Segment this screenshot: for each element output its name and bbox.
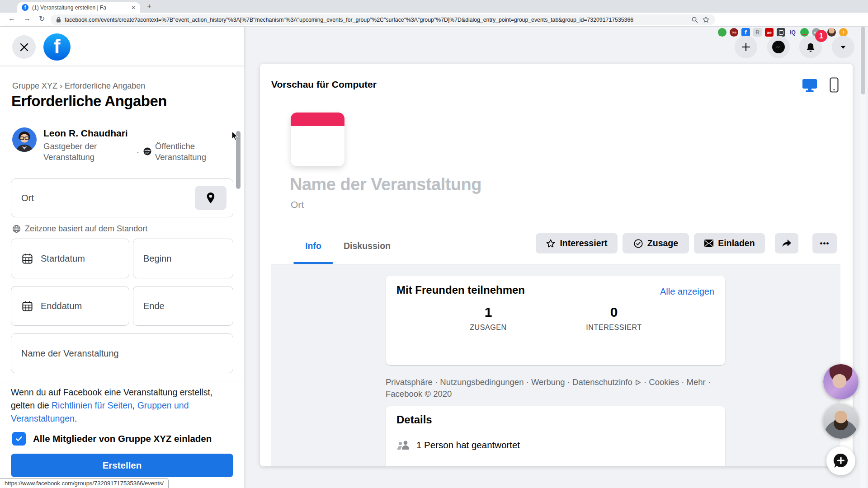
- breadcrumb: Gruppe XYZ › Erforderliche Angaben: [12, 81, 145, 91]
- tab-info[interactable]: Info: [293, 241, 333, 251]
- preview-event-location: Ort: [291, 199, 304, 210]
- messenger-button[interactable]: [767, 36, 790, 58]
- mouse-cursor: [231, 131, 239, 141]
- start-date-field[interactable]: Startdatum: [11, 239, 129, 278]
- policy-link-pages[interactable]: Richtlinien für Seiten: [52, 400, 132, 410]
- friends-attend-card: Mit Freunden teilnehmen Alle anzeigen 1 …: [386, 276, 725, 365]
- recorder-add-button[interactable]: [826, 446, 855, 475]
- going-button[interactable]: Zusage: [623, 233, 689, 253]
- globe-outline-icon: [12, 225, 21, 233]
- tab-close-icon[interactable]: ✕: [131, 5, 136, 11]
- invite-members-label: Alle Mitglieder von Gruppe XYZ einladen: [33, 432, 212, 444]
- going-stat: 1 ZUSAGEN: [431, 305, 546, 332]
- page-title: Erforderliche Angaben: [11, 93, 167, 110]
- create-event-button[interactable]: Erstellen: [11, 454, 233, 477]
- desktop-preview-icon[interactable]: [802, 78, 818, 93]
- share-arrow-icon: [782, 239, 792, 248]
- timezone-note-text: Zeitzone basiert auf dem Standort: [25, 224, 147, 234]
- end-date-field[interactable]: Enddatum: [11, 286, 129, 326]
- sidebar-header: f: [0, 27, 244, 66]
- close-button[interactable]: [12, 35, 36, 59]
- invite-members-checkbox[interactable]: [12, 432, 26, 446]
- extension-icon-ae[interactable]: ae: [765, 28, 774, 37]
- interested-label: Interessiert: [560, 238, 607, 249]
- interested-stat: 0 INTERESSIERT: [557, 305, 671, 332]
- browser-tab-strip: f (1) Veranstaltung erstellen | Fa ✕ +: [0, 0, 868, 13]
- back-icon[interactable]: ←: [8, 14, 15, 23]
- start-time-field[interactable]: Beginn: [133, 239, 233, 278]
- envelope-icon: [704, 239, 714, 248]
- details-title: Details: [396, 413, 432, 426]
- invite-members-row: Alle Mitglieder von Gruppe XYZ einladen: [12, 432, 212, 446]
- facebook-footer-links[interactable]: Privatsphäre · Nutzungsbedingungen · Wer…: [386, 376, 738, 400]
- breadcrumb-group[interactable]: Gruppe XYZ: [12, 81, 57, 90]
- extension-icon-r[interactable]: R: [753, 28, 762, 37]
- breadcrumb-separator: ›: [60, 81, 62, 90]
- status-link-bubble: https://www.facebook.com/groups/73209171…: [0, 478, 169, 488]
- invite-button[interactable]: Einladen: [694, 233, 765, 253]
- notification-badge: 1: [815, 30, 827, 42]
- facebook-logo-icon[interactable]: f: [43, 33, 71, 61]
- browser-tab[interactable]: f (1) Veranstaltung erstellen | Fa ✕: [17, 2, 140, 13]
- forward-icon[interactable]: →: [24, 14, 31, 23]
- extension-icon-iq[interactable]: IQ: [788, 28, 797, 37]
- new-tab-button[interactable]: +: [147, 2, 151, 11]
- host-avatar: [12, 127, 37, 152]
- calendar-icon: [21, 253, 33, 265]
- location-field[interactable]: Ort: [11, 178, 233, 217]
- facebook-favicon-icon: f: [22, 4, 28, 11]
- extension-icon-green[interactable]: [718, 28, 726, 37]
- url-bar[interactable]: facebook.com/events/create?acontext=%7B"…: [51, 14, 715, 25]
- page-scrollbar-thumb[interactable]: [861, 27, 865, 94]
- friends-card-title: Mit Freunden teilnehmen: [396, 284, 525, 296]
- preview-tabs-row: Info Diskussion Interessiert Zusage Einl…: [271, 227, 840, 264]
- tab-discussion[interactable]: Diskussion: [344, 241, 391, 251]
- tab-title: (1) Veranstaltung erstellen | Fa: [32, 5, 128, 11]
- chat-plus-icon: [832, 452, 850, 470]
- see-all-link[interactable]: Alle anzeigen: [660, 286, 714, 297]
- policy-after: .: [75, 413, 77, 423]
- create-plus-button[interactable]: [735, 36, 757, 58]
- bell-icon: [805, 41, 816, 53]
- refresh-icon[interactable]: ↻: [39, 14, 45, 23]
- footer-links-part1[interactable]: Privatsphäre · Nutzungsbedingungen · Wer…: [386, 377, 632, 387]
- people-icon: [396, 440, 410, 450]
- start-date-label: Startdatum: [41, 253, 85, 264]
- preview-title: Vorschau für Computer: [271, 79, 377, 90]
- extension-icon-green2[interactable]: [800, 28, 809, 37]
- breadcrumb-page: Erforderliche Angaben: [65, 81, 145, 90]
- location-pin-icon: [206, 192, 216, 204]
- end-time-field[interactable]: Ende: [133, 286, 233, 326]
- calendar-header: [291, 113, 344, 126]
- close-icon: [19, 42, 29, 52]
- going-stat-label: ZUSAGEN: [431, 324, 546, 332]
- bookmark-star-icon[interactable]: [702, 16, 710, 23]
- location-label: Ort: [21, 193, 34, 203]
- mobile-preview-icon[interactable]: [830, 77, 839, 93]
- check-circle-icon: [633, 239, 643, 249]
- event-name-field[interactable]: Name der Veranstaltung: [11, 333, 233, 373]
- share-button[interactable]: [775, 233, 798, 253]
- location-pin-button[interactable]: [195, 186, 226, 210]
- browser-toolbar: ← → ↻ facebook.com/events/create?acontex…: [0, 13, 868, 27]
- interested-count: 0: [557, 305, 671, 320]
- details-card: Details 1 Person hat geantwortet: [386, 406, 725, 466]
- profile-avatar[interactable]: [827, 28, 836, 37]
- extension-icon-tab[interactable]: TAB: [730, 28, 738, 37]
- page-scrollbar[interactable]: [860, 27, 866, 488]
- interested-button[interactable]: Interessiert: [536, 233, 618, 253]
- going-label: Zusage: [647, 238, 678, 249]
- account-menu-button[interactable]: [832, 36, 854, 58]
- check-icon: [15, 435, 23, 443]
- more-options-button[interactable]: •••: [812, 233, 837, 253]
- chevron-down-icon: [839, 43, 847, 51]
- globe-icon: [143, 147, 152, 158]
- zoom-page-icon[interactable]: [691, 16, 698, 23]
- host-name: Leon R. Chaudhari: [43, 128, 128, 139]
- event-cover-placeholder: [291, 113, 344, 166]
- preview-panel: Vorschau für Computer Name der Veranstal…: [260, 64, 853, 466]
- lock-icon: [56, 17, 61, 23]
- messenger-icon: [772, 40, 785, 54]
- going-count: 1: [431, 305, 546, 320]
- preview-scroll-area: Mit Freunden teilnehmen Alle anzeigen 1 …: [271, 264, 840, 466]
